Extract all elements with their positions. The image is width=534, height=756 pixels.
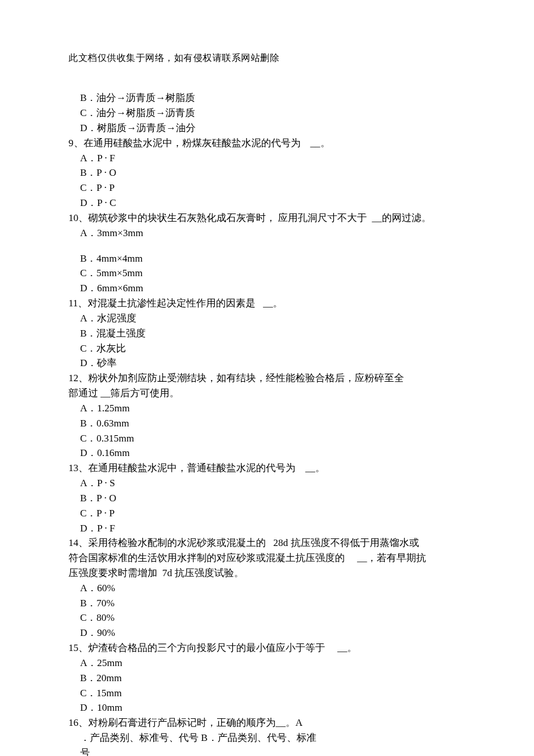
q15-option-d: D．10mm [68, 700, 470, 715]
q10-blank: __的网过滤。 [372, 211, 431, 226]
q13-option-c: C．P · P [68, 506, 470, 521]
q14-option-d: D．90% [68, 625, 470, 641]
q9-option-d: D．P · C [68, 196, 470, 211]
q11-option-a: A．水泥强度 [68, 311, 470, 326]
question-13: 13、在通用硅酸盐水泥中，普通硅酸盐水泥的代号为 __。 [68, 461, 470, 476]
q10-option-c: C．5mm×5mm [68, 266, 470, 281]
question-16-line2: ．产品类别、标准号、代号 B．产品类别、代号、标准 [68, 730, 470, 746]
q9-blank: __。 [311, 136, 330, 151]
q12-option-c: C．0.315mm [68, 431, 470, 446]
q9-option-c: C．P · P [68, 180, 470, 196]
q9-option-a: A．P · F [68, 151, 470, 166]
document-page: 此文档仅供收集于网络，如有侵权请联系网站删除 B．油分→沥青质→树脂质 C．油分… [0, 0, 534, 756]
question-14-line3: 压强度要求时需增加 7d 抗压强度试验。 [68, 566, 470, 581]
q10-option-d: D．6mm×6mm [68, 281, 470, 296]
q14-blank: __，若有早期抗 [357, 551, 426, 566]
q15-blank: __。 [337, 641, 357, 656]
q10-option-a: A．3mm×3mm [68, 226, 470, 241]
q10-text: 10、砌筑砂浆中的块状生石灰熟化成石灰膏时， 应用孔洞尺寸不大于 [68, 212, 367, 223]
q11-option-d: D．砂率 [68, 356, 470, 371]
q14-l3b: 7d 抗压强度试验。 [163, 567, 244, 578]
q13-option-d: D．P · F [68, 521, 470, 536]
spacing [68, 241, 470, 251]
question-15: 15、炉渣砖合格品的三个方向投影尺寸的最小值应小于等于 __。 [68, 641, 470, 656]
header-disclaimer: 此文档仅供收集于网络，如有侵权请联系网站删除 [68, 51, 470, 65]
q15-text: 15、炉渣砖合格品的三个方向投影尺寸的最小值应小于等于 [68, 642, 325, 653]
question-11: 11、对混凝土抗渗性起决定性作用的因素是 __。 [68, 296, 470, 311]
q14-option-b: B．70% [68, 596, 470, 611]
q12-option-d: D．0.16mm [68, 446, 470, 461]
question-16-line1: 16、对粉刷石膏进行产品标记时，正确的顺序为__。A [68, 715, 470, 730]
question-10: 10、砌筑砂浆中的块状生石灰熟化成石灰膏时， 应用孔洞尺寸不大于 __的网过滤。 [68, 211, 470, 226]
question-9: 9、在通用硅酸盐水泥中，粉煤灰硅酸盐水泥的代号为 __。 [68, 136, 470, 151]
q8-option-b: B．油分→沥青质→树脂质 [68, 91, 470, 106]
q11-text: 11、对混凝土抗渗性起决定性作用的因素是 [68, 298, 255, 309]
q10-option-b: B．4mm×4mm [68, 251, 470, 266]
q14-l1a: 14、采用待检验水配制的水泥砂浆或混凝土的 [68, 537, 266, 548]
question-16-line3: 号 [68, 746, 470, 756]
q13-blank: __。 [305, 461, 325, 476]
q13-option-a: A．P · S [68, 476, 470, 491]
q14-l3a: 压强度要求时需增加 [68, 567, 157, 578]
q12-option-a: A．1.25mm [68, 401, 470, 416]
q11-option-b: B．混凝土强度 [68, 326, 470, 341]
q8-option-c: C．油分→树脂质→沥青质 [68, 106, 470, 121]
q15-option-c: C．15mm [68, 686, 470, 701]
q14-option-a: A．60% [68, 581, 470, 596]
q13-option-b: B．P · O [68, 491, 470, 506]
q9-option-b: B．P · O [68, 165, 470, 180]
question-12-line1: 12、粉状外加剂应防止受潮结块，如有结块，经性能检验合格后，应粉碎至全 [68, 371, 470, 386]
q14-option-c: C．80% [68, 610, 470, 625]
question-14-line2: 符合国家标准的生活饮用水拌制的对应砂浆或混凝土抗压强度的 __，若有早期抗 [68, 551, 470, 566]
q11-option-c: C．水灰比 [68, 341, 470, 356]
q15-option-a: A．25mm [68, 656, 470, 671]
question-14-line1: 14、采用待检验水配制的水泥砂浆或混凝土的 28d 抗压强度不得低于用蒸馏水或 [68, 536, 470, 551]
q8-option-d: D．树脂质→沥青质→油分 [68, 121, 470, 136]
q15-option-b: B．20mm [68, 671, 470, 686]
q11-blank: __。 [263, 296, 283, 311]
question-12-line2: 部通过 __筛后方可使用。 [68, 386, 470, 401]
q14-l2a: 符合国家标准的生活饮用水拌制的对应砂浆或混凝土抗压强度的 [68, 552, 345, 563]
q12-option-b: B．0.63mm [68, 416, 470, 431]
q13-text: 13、在通用硅酸盐水泥中，普通硅酸盐水泥的代号为 [68, 462, 295, 473]
q14-l1b: 28d 抗压强度不得低于用蒸馏水或 [273, 537, 419, 548]
q9-text: 9、在通用硅酸盐水泥中，粉煤灰硅酸盐水泥的代号为 [68, 138, 301, 149]
